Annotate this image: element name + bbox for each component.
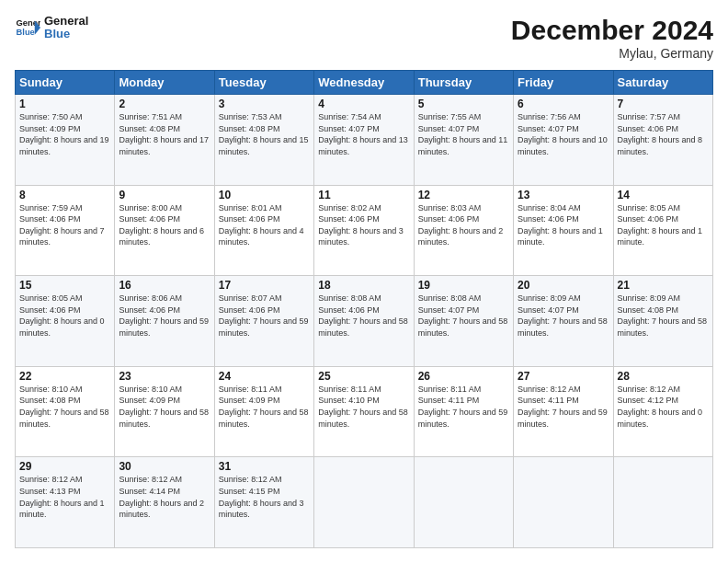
calendar-cell: 9Sunrise: 8:00 AMSunset: 4:06 PMDaylight… xyxy=(115,185,214,276)
calendar-cell xyxy=(414,457,513,548)
day-number: 28 xyxy=(618,370,709,383)
cell-info: Sunrise: 7:51 AMSunset: 4:08 PMDaylight:… xyxy=(119,111,210,157)
cell-info: Sunrise: 7:56 AMSunset: 4:07 PMDaylight:… xyxy=(518,111,609,157)
calendar-cell: 25Sunrise: 8:11 AMSunset: 4:10 PMDayligh… xyxy=(314,366,414,457)
calendar-cell: 24Sunrise: 8:11 AMSunset: 4:09 PMDayligh… xyxy=(214,366,313,457)
calendar-cell xyxy=(613,457,712,548)
day-number: 11 xyxy=(318,189,409,201)
cell-info: Sunrise: 8:04 AMSunset: 4:06 PMDaylight:… xyxy=(518,202,609,248)
day-number: 7 xyxy=(618,98,709,110)
cell-info: Sunrise: 8:12 AMSunset: 4:14 PMDaylight:… xyxy=(119,474,210,520)
calendar-cell: 7Sunrise: 7:57 AMSunset: 4:06 PMDaylight… xyxy=(613,95,712,186)
cell-info: Sunrise: 7:53 AMSunset: 4:08 PMDaylight:… xyxy=(219,111,310,157)
calendar-cell: 19Sunrise: 8:08 AMSunset: 4:07 PMDayligh… xyxy=(414,276,513,367)
day-number: 10 xyxy=(219,189,310,201)
cell-info: Sunrise: 8:07 AMSunset: 4:06 PMDaylight:… xyxy=(219,293,310,339)
cell-info: Sunrise: 7:57 AMSunset: 4:06 PMDaylight:… xyxy=(618,111,709,157)
day-number: 13 xyxy=(518,189,609,201)
day-number: 4 xyxy=(318,98,409,110)
cell-info: Sunrise: 8:10 AMSunset: 4:09 PMDaylight:… xyxy=(119,384,210,430)
day-header-monday: Monday xyxy=(115,71,214,95)
calendar-cell: 12Sunrise: 8:03 AMSunset: 4:06 PMDayligh… xyxy=(414,185,513,276)
day-number: 14 xyxy=(618,189,709,201)
svg-text:Blue: Blue xyxy=(17,28,35,37)
calendar-cell: 13Sunrise: 8:04 AMSunset: 4:06 PMDayligh… xyxy=(514,185,613,276)
day-number: 24 xyxy=(219,370,310,383)
day-number: 30 xyxy=(119,460,210,473)
day-number: 18 xyxy=(318,279,409,292)
cell-info: Sunrise: 7:54 AMSunset: 4:07 PMDaylight:… xyxy=(318,111,409,157)
day-number: 3 xyxy=(219,98,310,110)
calendar-cell: 30Sunrise: 8:12 AMSunset: 4:14 PMDayligh… xyxy=(115,457,214,548)
cell-info: Sunrise: 7:59 AMSunset: 4:06 PMDaylight:… xyxy=(19,202,110,248)
cell-info: Sunrise: 7:50 AMSunset: 4:09 PMDaylight:… xyxy=(19,111,110,157)
week-row-1: 8Sunrise: 7:59 AMSunset: 4:06 PMDaylight… xyxy=(16,185,713,276)
calendar-cell: 8Sunrise: 7:59 AMSunset: 4:06 PMDaylight… xyxy=(16,185,115,276)
calendar-cell xyxy=(514,457,613,548)
cell-info: Sunrise: 8:09 AMSunset: 4:08 PMDaylight:… xyxy=(618,293,709,339)
title-block: December 2024 Mylau, Germany xyxy=(511,15,713,61)
logo-text-line1: General xyxy=(44,15,88,28)
day-number: 12 xyxy=(418,189,509,201)
calendar-cell: 26Sunrise: 8:11 AMSunset: 4:11 PMDayligh… xyxy=(414,366,513,457)
cell-info: Sunrise: 8:09 AMSunset: 4:07 PMDaylight:… xyxy=(518,293,609,339)
calendar-cell xyxy=(314,457,414,548)
day-header-sunday: Sunday xyxy=(16,71,115,95)
calendar-cell: 27Sunrise: 8:12 AMSunset: 4:11 PMDayligh… xyxy=(514,366,613,457)
day-number: 26 xyxy=(418,370,509,383)
calendar-cell: 15Sunrise: 8:05 AMSunset: 4:06 PMDayligh… xyxy=(16,276,115,367)
cell-info: Sunrise: 8:12 AMSunset: 4:11 PMDaylight:… xyxy=(518,384,609,430)
day-number: 9 xyxy=(119,189,210,201)
calendar-cell: 1Sunrise: 7:50 AMSunset: 4:09 PMDaylight… xyxy=(16,95,115,186)
day-number: 16 xyxy=(119,279,210,292)
day-header-tuesday: Tuesday xyxy=(214,71,313,95)
calendar-cell: 14Sunrise: 8:05 AMSunset: 4:06 PMDayligh… xyxy=(613,185,712,276)
logo-icon: General Blue xyxy=(15,15,40,40)
day-number: 21 xyxy=(618,279,709,292)
month-title: December 2024 xyxy=(511,15,713,46)
cell-info: Sunrise: 8:10 AMSunset: 4:08 PMDaylight:… xyxy=(19,384,110,430)
cell-info: Sunrise: 8:06 AMSunset: 4:06 PMDaylight:… xyxy=(119,293,210,339)
day-header-wednesday: Wednesday xyxy=(314,71,414,95)
day-number: 27 xyxy=(518,370,609,383)
calendar-cell: 31Sunrise: 8:12 AMSunset: 4:15 PMDayligh… xyxy=(214,457,313,548)
calendar-cell: 28Sunrise: 8:12 AMSunset: 4:12 PMDayligh… xyxy=(613,366,712,457)
day-number: 5 xyxy=(418,98,509,110)
calendar-cell: 16Sunrise: 8:06 AMSunset: 4:06 PMDayligh… xyxy=(115,276,214,367)
header: General Blue General Blue December 2024 … xyxy=(15,15,713,61)
calendar-cell: 18Sunrise: 8:08 AMSunset: 4:06 PMDayligh… xyxy=(314,276,414,367)
calendar-cell: 11Sunrise: 8:02 AMSunset: 4:06 PMDayligh… xyxy=(314,185,414,276)
day-number: 22 xyxy=(19,370,110,383)
cell-info: Sunrise: 8:01 AMSunset: 4:06 PMDaylight:… xyxy=(219,202,310,248)
cell-info: Sunrise: 8:12 AMSunset: 4:13 PMDaylight:… xyxy=(19,474,110,520)
cell-info: Sunrise: 8:08 AMSunset: 4:07 PMDaylight:… xyxy=(418,293,509,339)
day-number: 25 xyxy=(318,370,409,383)
day-number: 2 xyxy=(119,98,210,110)
day-number: 1 xyxy=(19,98,110,110)
calendar-cell: 10Sunrise: 8:01 AMSunset: 4:06 PMDayligh… xyxy=(214,185,313,276)
calendar-cell: 4Sunrise: 7:54 AMSunset: 4:07 PMDaylight… xyxy=(314,95,414,186)
cell-info: Sunrise: 8:03 AMSunset: 4:06 PMDaylight:… xyxy=(418,202,509,248)
cell-info: Sunrise: 8:02 AMSunset: 4:06 PMDaylight:… xyxy=(318,202,409,248)
calendar-cell: 29Sunrise: 8:12 AMSunset: 4:13 PMDayligh… xyxy=(16,457,115,548)
cell-info: Sunrise: 8:00 AMSunset: 4:06 PMDaylight:… xyxy=(119,202,210,248)
header-row: SundayMondayTuesdayWednesdayThursdayFrid… xyxy=(16,71,713,95)
day-number: 6 xyxy=(518,98,609,110)
week-row-2: 15Sunrise: 8:05 AMSunset: 4:06 PMDayligh… xyxy=(16,276,713,367)
calendar-cell: 20Sunrise: 8:09 AMSunset: 4:07 PMDayligh… xyxy=(514,276,613,367)
day-number: 19 xyxy=(418,279,509,292)
day-number: 20 xyxy=(518,279,609,292)
calendar-cell: 2Sunrise: 7:51 AMSunset: 4:08 PMDaylight… xyxy=(115,95,214,186)
day-header-thursday: Thursday xyxy=(414,71,513,95)
calendar-cell: 6Sunrise: 7:56 AMSunset: 4:07 PMDaylight… xyxy=(514,95,613,186)
cell-info: Sunrise: 8:11 AMSunset: 4:11 PMDaylight:… xyxy=(418,384,509,430)
cell-info: Sunrise: 8:08 AMSunset: 4:06 PMDaylight:… xyxy=(318,293,409,339)
calendar-cell: 21Sunrise: 8:09 AMSunset: 4:08 PMDayligh… xyxy=(613,276,712,367)
page: General Blue General Blue December 2024 … xyxy=(0,0,728,563)
calendar-cell: 17Sunrise: 8:07 AMSunset: 4:06 PMDayligh… xyxy=(214,276,313,367)
day-number: 17 xyxy=(219,279,310,292)
calendar-cell: 22Sunrise: 8:10 AMSunset: 4:08 PMDayligh… xyxy=(16,366,115,457)
day-header-saturday: Saturday xyxy=(613,71,712,95)
logo-text-line2: Blue xyxy=(44,28,88,40)
logo: General Blue General Blue xyxy=(15,15,88,41)
